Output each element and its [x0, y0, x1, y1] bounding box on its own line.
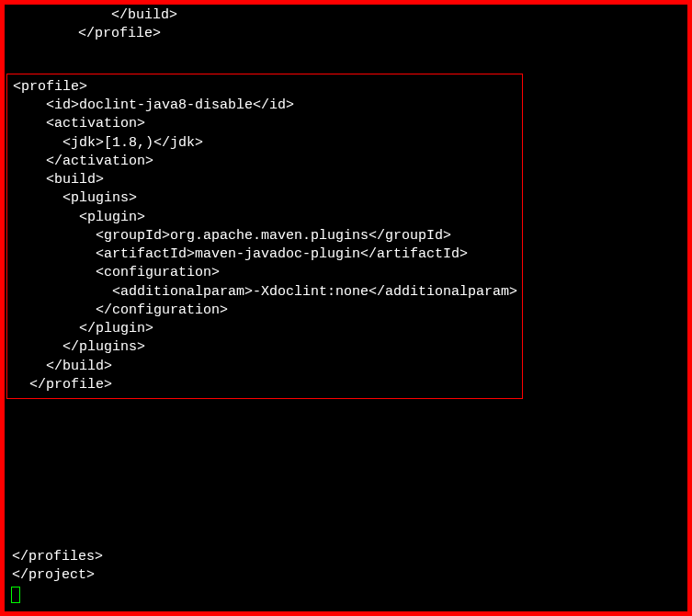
cursor-line[interactable] [12, 586, 680, 604]
code-line: </plugins> [13, 338, 516, 357]
code-line: </profile> [13, 376, 516, 394]
cursor-icon [12, 587, 19, 602]
terminal-window: </build> </profile> <profile> <id>doclin… [5, 5, 687, 611]
code-fragment-top: </build> </profile> [12, 6, 680, 44]
code-line: <build> [13, 171, 516, 189]
code-line: </build> [12, 6, 680, 25]
code-line: </project> [12, 566, 680, 585]
code-line: </plugin> [13, 320, 516, 338]
code-fragment-bottom: </profiles> </project> [12, 548, 680, 604]
code-line: <plugin> [13, 209, 516, 227]
code-line: </profile> [12, 25, 680, 43]
code-line: <activation> [13, 115, 516, 133]
code-line: <plugins> [13, 189, 516, 208]
code-line: </build> [13, 358, 516, 376]
code-line: <groupId>org.apache.maven.plugins</group… [13, 227, 516, 245]
code-line: </configuration> [13, 302, 516, 320]
code-line: <artifactId>maven-javadoc-plugin</artifa… [13, 245, 516, 264]
code-line: <id>doclint-java8-disable</id> [13, 97, 516, 115]
code-line: </activation> [13, 153, 516, 171]
highlighted-code-block: <profile> <id>doclint-java8-disable</id>… [6, 74, 523, 399]
blank-line [12, 44, 680, 63]
code-line: <additionalparam>-Xdoclint:none</additio… [13, 283, 516, 302]
blank-region [12, 410, 680, 548]
code-line: <profile> [13, 78, 516, 97]
code-line: <jdk>[1.8,)</jdk> [13, 134, 516, 153]
code-line: </profiles> [12, 548, 680, 566]
code-line: <configuration> [13, 264, 516, 282]
